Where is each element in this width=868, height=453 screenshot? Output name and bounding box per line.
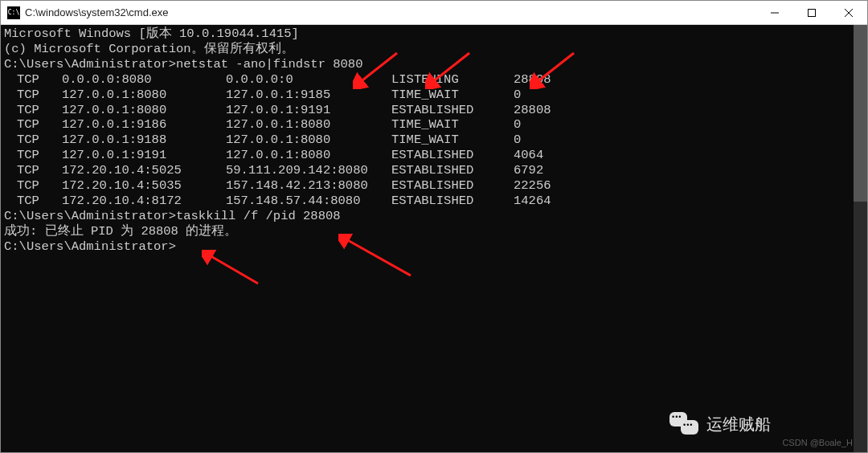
netstat-row: TCP127.0.0.1:8080127.0.0.1:9185TIME_WAIT… bbox=[4, 88, 850, 103]
col-local: 127.0.0.1:9191 bbox=[62, 148, 226, 163]
window-title: C:\windows\system32\cmd.exe bbox=[25, 6, 168, 18]
scrollbar-thumb[interactable] bbox=[854, 25, 867, 202]
netstat-row: TCP127.0.0.1:9191127.0.0.1:8080ESTABLISH… bbox=[4, 148, 850, 163]
col-pid: 22256 bbox=[514, 178, 551, 194]
col-pid: 0 bbox=[514, 88, 521, 103]
cmd-icon: C:\ bbox=[7, 6, 20, 19]
col-state: ESTABLISHED bbox=[391, 103, 514, 118]
watermark-brand-text: 运维贼船 bbox=[706, 414, 771, 435]
col-foreign: 127.0.0.1:9191 bbox=[226, 103, 391, 118]
col-proto: TCP bbox=[4, 148, 62, 163]
minimize-icon bbox=[771, 9, 779, 17]
col-foreign: 59.111.209.142:8080 bbox=[226, 163, 391, 178]
col-proto: TCP bbox=[4, 178, 62, 194]
col-pid: 0 bbox=[514, 133, 521, 148]
netstat-row: TCP127.0.0.1:9186127.0.0.1:8080TIME_WAIT… bbox=[4, 117, 850, 133]
title-bar[interactable]: C:\ C:\windows\system32\cmd.exe bbox=[1, 1, 867, 25]
col-proto: TCP bbox=[4, 88, 62, 103]
col-local: 127.0.0.1:9186 bbox=[62, 117, 226, 133]
netstat-row: TCP172.20.10.4:5035157.148.42.213:8080ES… bbox=[4, 178, 850, 194]
col-state: TIME_WAIT bbox=[391, 117, 514, 133]
col-state: ESTABLISHED bbox=[391, 194, 514, 209]
col-state: ESTABLISHED bbox=[391, 148, 514, 163]
console-area: Microsoft Windows [版本 10.0.19044.1415](c… bbox=[1, 25, 867, 452]
col-state: TIME_WAIT bbox=[391, 133, 514, 148]
col-state: ESTABLISHED bbox=[391, 178, 514, 194]
col-local: 127.0.0.1:9188 bbox=[62, 133, 226, 148]
col-foreign: 127.0.0.1:8080 bbox=[226, 148, 391, 163]
chat-bubbles-icon bbox=[669, 412, 700, 436]
netstat-row: TCP127.0.0.1:9188127.0.0.1:8080TIME_WAIT… bbox=[4, 133, 850, 148]
minimize-button[interactable] bbox=[756, 1, 793, 25]
netstat-row: TCP172.20.10.4:502559.111.209.142:8080ES… bbox=[4, 163, 850, 178]
col-foreign: 157.148.42.213:8080 bbox=[226, 178, 391, 194]
col-proto: TCP bbox=[4, 194, 62, 209]
maximize-button[interactable] bbox=[793, 1, 830, 25]
col-local: 127.0.0.1:8080 bbox=[62, 103, 226, 118]
watermark-brand: 运维贼船 bbox=[669, 412, 771, 436]
col-proto: TCP bbox=[4, 163, 62, 178]
col-foreign: 157.148.57.44:8080 bbox=[226, 194, 391, 209]
col-state: LISTENING bbox=[391, 72, 514, 88]
col-pid: 14264 bbox=[514, 194, 551, 209]
col-pid: 28808 bbox=[514, 72, 551, 88]
svg-rect-1 bbox=[809, 9, 816, 16]
col-pid: 4064 bbox=[514, 148, 543, 163]
col-foreign: 127.0.0.1:8080 bbox=[226, 117, 391, 133]
console-output[interactable]: Microsoft Windows [版本 10.0.19044.1415](c… bbox=[1, 25, 854, 452]
col-foreign: 127.0.0.1:9185 bbox=[226, 88, 391, 103]
col-proto: TCP bbox=[4, 133, 62, 148]
vertical-scrollbar[interactable] bbox=[854, 25, 867, 452]
col-pid: 0 bbox=[514, 117, 521, 133]
watermark-csdn: CSDN @Boale_H bbox=[782, 438, 853, 447]
maximize-icon bbox=[808, 9, 816, 17]
col-pid: 28808 bbox=[514, 103, 551, 118]
netstat-row: TCP172.20.10.4:8172157.148.57.44:8080EST… bbox=[4, 194, 850, 209]
col-proto: TCP bbox=[4, 103, 62, 118]
col-proto: TCP bbox=[4, 117, 62, 133]
col-foreign: 0.0.0.0:0 bbox=[226, 72, 391, 88]
col-local: 172.20.10.4:8172 bbox=[62, 194, 226, 209]
col-state: TIME_WAIT bbox=[391, 88, 514, 103]
col-local: 0.0.0.0:8080 bbox=[62, 72, 226, 88]
col-proto: TCP bbox=[4, 72, 62, 88]
col-state: ESTABLISHED bbox=[391, 163, 514, 178]
close-button[interactable] bbox=[830, 1, 867, 25]
col-foreign: 127.0.0.1:8080 bbox=[226, 133, 391, 148]
col-local: 172.20.10.4:5035 bbox=[62, 178, 226, 194]
col-local: 172.20.10.4:5025 bbox=[62, 163, 226, 178]
close-icon bbox=[845, 9, 853, 17]
netstat-row: TCP0.0.0.0:80800.0.0.0:0LISTENING28808 bbox=[4, 72, 850, 88]
col-local: 127.0.0.1:8080 bbox=[62, 88, 226, 103]
netstat-row: TCP127.0.0.1:8080127.0.0.1:9191ESTABLISH… bbox=[4, 103, 850, 118]
col-pid: 6792 bbox=[514, 163, 543, 178]
cmd-window: C:\ C:\windows\system32\cmd.exe Microsof… bbox=[0, 0, 868, 453]
